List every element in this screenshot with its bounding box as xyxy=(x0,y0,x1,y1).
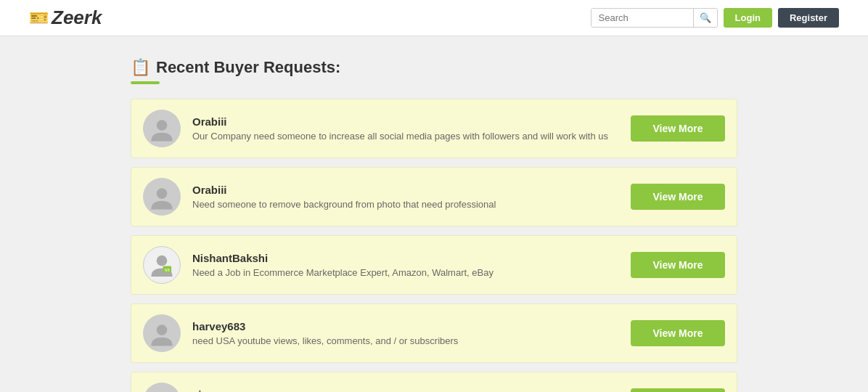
header-right: 🔍 Login Register xyxy=(591,8,839,28)
section-title: 📋 Recent Buyer Requests: xyxy=(131,58,737,77)
avatar xyxy=(143,383,181,392)
card-username: harvey683 xyxy=(192,320,619,332)
request-card: harvey683 need USA youtube views, likes,… xyxy=(131,303,737,363)
section-title-icon: 📋 xyxy=(131,58,150,77)
search-icon: 🔍 xyxy=(700,12,711,23)
card-username: simoag xyxy=(192,388,619,392)
view-more-button[interactable]: View More xyxy=(631,388,725,392)
view-more-button[interactable]: View More xyxy=(631,320,725,346)
register-button[interactable]: Register xyxy=(778,8,839,28)
search-wrapper: 🔍 xyxy=(591,8,718,28)
card-username: Orabiii xyxy=(192,115,619,128)
card-info: NishantBakshi Need a Job in Ecommerce Ma… xyxy=(192,252,619,278)
card-info: simoag I need 25 Youtube videos – as soo… xyxy=(192,388,619,392)
header: 🎫 Zeerk 🔍 Login Register xyxy=(0,0,868,36)
card-description: need USA youtube views, likes, comments,… xyxy=(192,335,619,346)
svg-point-3 xyxy=(157,188,168,199)
main-content: 📋 Recent Buyer Requests: Orabiii Our Com… xyxy=(0,36,868,392)
search-input[interactable] xyxy=(591,9,693,27)
card-username: NishantBakshi xyxy=(192,252,619,264)
card-info: harvey683 need USA youtube views, likes,… xyxy=(192,320,619,346)
view-more-button[interactable]: View More xyxy=(631,252,725,278)
card-username: Orabiii xyxy=(192,184,619,196)
request-card: simoag I need 25 Youtube videos – as soo… xyxy=(131,372,737,392)
avatar xyxy=(143,314,181,352)
logo[interactable]: 🎫 Zeerk xyxy=(29,7,102,29)
request-card: Orabiii Our Company need someone to incr… xyxy=(131,99,737,158)
logo-icon: 🎫 xyxy=(29,9,49,28)
card-info: Orabiii Our Company need someone to incr… xyxy=(192,115,619,142)
card-description: Our Company need someone to increase all… xyxy=(192,131,619,142)
request-card: NB NishantBakshi Need a Job in Ecommerce… xyxy=(131,235,737,295)
avatar xyxy=(143,178,181,216)
view-more-button[interactable]: View More xyxy=(631,184,725,210)
svg-point-9 xyxy=(148,388,176,392)
avatar xyxy=(143,110,181,147)
section-title-text: Recent Buyer Requests: xyxy=(156,58,340,77)
card-info: Orabiii Need someone to remove backgroun… xyxy=(192,184,619,210)
view-more-button[interactable]: View More xyxy=(631,115,725,142)
login-button[interactable]: Login xyxy=(724,8,772,28)
title-underline xyxy=(131,81,160,84)
svg-point-8 xyxy=(157,324,168,335)
search-button[interactable]: 🔍 xyxy=(693,9,717,27)
logo-text: Zeerk xyxy=(52,7,102,29)
svg-text:NB: NB xyxy=(165,268,171,272)
svg-point-4 xyxy=(157,256,168,266)
avatar: NB xyxy=(143,246,181,284)
request-card: Orabiii Need someone to remove backgroun… xyxy=(131,167,737,226)
svg-point-1 xyxy=(157,120,168,131)
card-description: Need someone to remove background from p… xyxy=(192,199,619,210)
card-description: Need a Job in Ecommerce Marketplace Expe… xyxy=(192,267,619,278)
requests-list: Orabiii Our Company need someone to incr… xyxy=(131,99,737,392)
